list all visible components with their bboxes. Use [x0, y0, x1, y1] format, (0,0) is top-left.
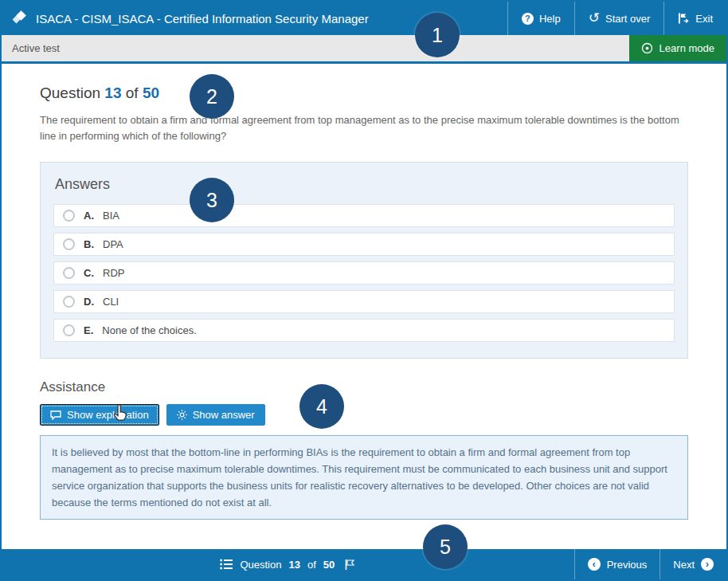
answer-letter: C. [84, 267, 94, 279]
radio-button[interactable] [63, 324, 75, 336]
answer-letter: B. [84, 238, 94, 250]
question-number: 13 [104, 84, 121, 101]
answer-text: CLI [103, 296, 119, 308]
answer-option-a[interactable]: A. BIA [53, 204, 675, 227]
footer-bar: Question 13 of 50 ‹ Previous Next › [2, 549, 726, 579]
footer-of-word: of [307, 559, 316, 571]
answers-panel: Answers A. BIA B. DPA C. RDP D. CLI [40, 162, 688, 359]
header-bar: ISACA - CISM_ISACA - Certified Informati… [2, 2, 726, 35]
answer-option-b[interactable]: B. DPA [53, 233, 675, 256]
previous-arrow-icon: ‹ [588, 558, 601, 571]
answer-text: RDP [103, 267, 124, 279]
active-test-label: Active test [2, 35, 629, 61]
help-button[interactable]: ? Help [507, 2, 574, 35]
exit-icon [678, 13, 690, 24]
start-over-icon: ↺ [589, 11, 600, 25]
footer-question-number: 13 [288, 559, 299, 571]
question-heading: Question 13 of 50 [40, 84, 688, 102]
next-button[interactable]: Next › [660, 549, 726, 579]
previous-button[interactable]: ‹ Previous [574, 549, 660, 579]
help-icon: ? [522, 13, 534, 25]
application-window: ISACA - CISM_ISACA - Certified Informati… [0, 0, 728, 581]
radio-button[interactable] [63, 267, 75, 279]
question-of-word: of [126, 84, 139, 101]
learn-mode-button[interactable]: Learn mode [629, 35, 726, 61]
answer-letter: D. [84, 296, 94, 308]
flag-question-icon[interactable] [345, 559, 355, 571]
answer-text: DPA [103, 238, 123, 250]
assistance-buttons: Show explanation Show answer [40, 404, 688, 426]
help-label: Help [539, 13, 561, 25]
learn-mode-label: Learn mode [660, 42, 714, 54]
app-title: ISACA - CISM_ISACA - Certified Informati… [36, 12, 369, 26]
show-explanation-label: Show explanation [67, 409, 149, 421]
main-content: Question 13 of 50 The requirement to obt… [2, 64, 726, 520]
annotation-badge-5: 5 [423, 524, 468, 569]
annotation-badge-3: 3 [190, 178, 234, 222]
answer-option-c[interactable]: C. RDP [53, 261, 675, 285]
next-arrow-icon: › [701, 558, 714, 571]
lightbulb-icon [177, 410, 187, 420]
answers-heading: Answers [55, 176, 675, 193]
question-total: 50 [143, 84, 159, 101]
subheader-bar: Active test Learn mode [2, 35, 726, 64]
show-answer-button[interactable]: Show answer [166, 404, 265, 426]
annotation-badge-2: 2 [190, 74, 234, 119]
question-word: Question [40, 84, 100, 101]
answer-option-e[interactable]: E. None of the choices. [53, 319, 675, 342]
answer-text: BIA [103, 210, 119, 222]
start-over-label: Start over [605, 13, 650, 25]
question-text: The requirement to obtain a firm and for… [40, 112, 688, 144]
show-answer-label: Show answer [193, 409, 255, 421]
answer-letter: A. [84, 210, 94, 222]
answer-text: None of the choices. [102, 324, 197, 336]
question-list-icon[interactable] [220, 559, 233, 570]
footer-question-total: 50 [323, 559, 335, 571]
radio-button[interactable] [63, 210, 75, 222]
footer-question-word: Question [240, 559, 281, 571]
previous-label: Previous [607, 559, 648, 571]
exit-button[interactable]: Exit [663, 2, 726, 35]
speech-bubble-icon [50, 410, 61, 420]
answer-option-d[interactable]: D. CLI [53, 290, 675, 313]
hand-cursor-icon [111, 402, 128, 426]
start-over-button[interactable]: ↺ Start over [574, 2, 664, 35]
radio-button[interactable] [63, 296, 75, 308]
isaca-logo-icon [12, 10, 28, 26]
answer-letter: E. [84, 324, 93, 336]
footer-question-status: Question 13 of 50 [2, 549, 574, 579]
show-explanation-button[interactable]: Show explanation [40, 404, 159, 426]
assistance-heading: Assistance [40, 379, 688, 395]
explanation-panel: It is believed by most that the bottom-l… [40, 435, 688, 520]
annotation-badge-1: 1 [415, 13, 460, 57]
exit-label: Exit [695, 13, 713, 25]
learn-mode-icon [641, 42, 653, 54]
next-label: Next [673, 559, 695, 571]
radio-button[interactable] [63, 238, 75, 250]
annotation-badge-4: 4 [299, 384, 344, 429]
